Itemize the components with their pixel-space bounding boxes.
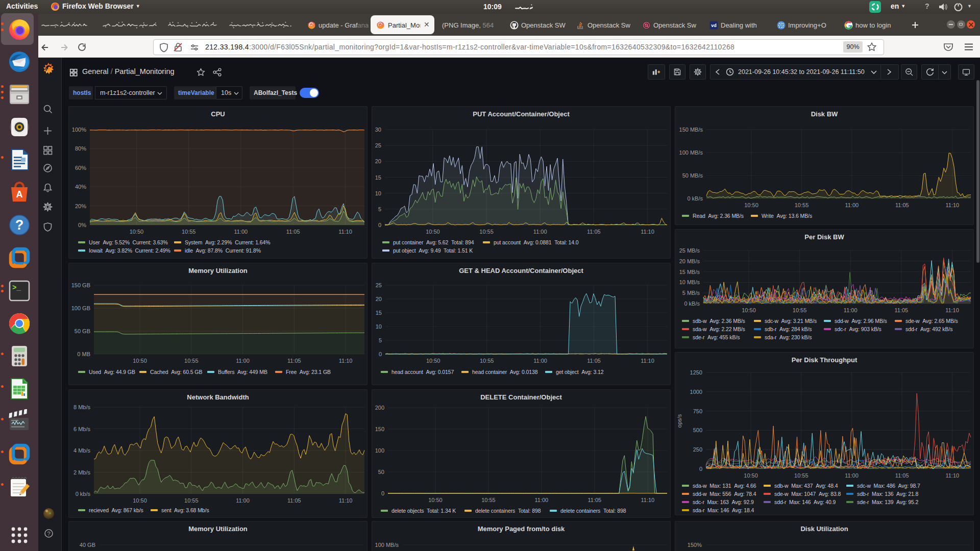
svg-text:250: 250 bbox=[693, 446, 702, 453]
svg-text:?: ? bbox=[15, 217, 24, 233]
svg-text:11:10: 11:10 bbox=[945, 307, 959, 313]
svg-text:5 MB/s: 5 MB/s bbox=[682, 290, 700, 296]
svg-text:10: 10 bbox=[376, 323, 382, 330]
svg-text:11:05: 11:05 bbox=[587, 229, 601, 235]
svg-text:25 MB/s: 25 MB/s bbox=[679, 247, 700, 254]
svg-text:10:50: 10:50 bbox=[426, 229, 440, 235]
svg-text:11:00: 11:00 bbox=[845, 472, 859, 479]
svg-text:5: 5 bbox=[378, 206, 381, 212]
svg-text:200: 200 bbox=[375, 405, 384, 411]
svg-text:1000: 1000 bbox=[690, 389, 702, 395]
svg-text:11:10: 11:10 bbox=[338, 229, 352, 235]
svg-text:10:55: 10:55 bbox=[481, 497, 496, 503]
svg-text:10:50: 10:50 bbox=[742, 307, 756, 313]
svg-text:11:05: 11:05 bbox=[895, 202, 909, 208]
svg-text:150 MB/s: 150 MB/s bbox=[679, 127, 703, 133]
svg-text:0: 0 bbox=[379, 351, 382, 357]
svg-text:15: 15 bbox=[376, 310, 382, 316]
svg-text:10:50: 10:50 bbox=[133, 497, 147, 504]
svg-text:10:55: 10:55 bbox=[182, 229, 196, 235]
svg-text:10:09: 10:09 bbox=[483, 3, 502, 11]
svg-text:0 MB: 0 MB bbox=[77, 351, 90, 357]
svg-text:30: 30 bbox=[375, 127, 381, 133]
svg-text:100 MB/s: 100 MB/s bbox=[679, 149, 703, 156]
svg-text:10:55: 10:55 bbox=[184, 497, 199, 504]
svg-text:0 kB/s: 0 kB/s bbox=[687, 195, 703, 202]
svg-text:11:00: 11:00 bbox=[533, 229, 547, 235]
svg-text:11:00: 11:00 bbox=[845, 202, 859, 208]
svg-text:15: 15 bbox=[375, 174, 381, 181]
svg-text:50: 50 bbox=[378, 469, 384, 475]
svg-text:80%: 80% bbox=[75, 145, 86, 152]
svg-text:10:50: 10:50 bbox=[744, 472, 758, 479]
svg-text:11:10: 11:10 bbox=[641, 229, 654, 235]
svg-text:100%: 100% bbox=[72, 127, 86, 133]
svg-text:11:00: 11:00 bbox=[234, 229, 248, 235]
svg-text:10 MB/s: 10 MB/s bbox=[679, 279, 700, 285]
svg-text:150 GB: 150 GB bbox=[71, 282, 90, 288]
svg-text:11:05: 11:05 bbox=[895, 307, 909, 313]
svg-text:?: ? bbox=[47, 531, 50, 537]
svg-text:>_: >_ bbox=[12, 284, 21, 292]
svg-text:10:50: 10:50 bbox=[133, 358, 147, 364]
svg-text:11:00: 11:00 bbox=[236, 358, 250, 364]
svg-text:10:55: 10:55 bbox=[480, 358, 494, 364]
svg-text:40%: 40% bbox=[75, 184, 86, 190]
svg-text:11:10: 11:10 bbox=[641, 358, 654, 364]
svg-text:11:00: 11:00 bbox=[844, 307, 857, 313]
svg-text:10: 10 bbox=[375, 190, 381, 196]
svg-text:11:00: 11:00 bbox=[236, 497, 250, 504]
svg-text:100 GB: 100 GB bbox=[71, 305, 90, 311]
svg-text:20: 20 bbox=[375, 158, 381, 164]
svg-text:0 kb/s: 0 kb/s bbox=[76, 491, 91, 497]
svg-text:ops/s: ops/s bbox=[676, 414, 682, 428]
svg-text:vd: vd bbox=[711, 23, 717, 28]
svg-text:25: 25 bbox=[376, 282, 382, 288]
svg-text:50 GB: 50 GB bbox=[75, 328, 90, 334]
svg-text:0: 0 bbox=[381, 490, 384, 496]
svg-text:10:50: 10:50 bbox=[426, 358, 440, 364]
svg-text:0: 0 bbox=[378, 222, 381, 228]
svg-text:4 Mb/s: 4 Mb/s bbox=[74, 447, 91, 454]
svg-text:10:55: 10:55 bbox=[184, 358, 199, 364]
svg-text:11:05: 11:05 bbox=[588, 497, 602, 503]
svg-text:11:05: 11:05 bbox=[587, 358, 601, 364]
svg-text:11:05: 11:05 bbox=[895, 472, 909, 479]
svg-text:20 MB/s: 20 MB/s bbox=[679, 258, 700, 264]
svg-text:150: 150 bbox=[375, 426, 384, 432]
svg-text:0 kB/s: 0 kB/s bbox=[684, 300, 700, 307]
svg-text:2 Mb/s: 2 Mb/s bbox=[74, 469, 91, 475]
svg-text:11:05: 11:05 bbox=[287, 358, 301, 364]
svg-text:750: 750 bbox=[693, 408, 702, 414]
svg-text:10:55: 10:55 bbox=[795, 202, 809, 208]
svg-text:40 GB: 40 GB bbox=[80, 542, 95, 548]
svg-text:15 MB/s: 15 MB/s bbox=[679, 269, 700, 275]
svg-text:11:05: 11:05 bbox=[286, 229, 300, 235]
svg-text:1250: 1250 bbox=[690, 369, 702, 375]
svg-text:20%: 20% bbox=[75, 203, 86, 209]
svg-text:11:00: 11:00 bbox=[533, 358, 547, 364]
svg-text:11:10: 11:10 bbox=[946, 202, 960, 208]
svg-text:11:10: 11:10 bbox=[641, 497, 655, 503]
svg-text:10:50: 10:50 bbox=[130, 229, 144, 235]
svg-text:11:00: 11:00 bbox=[535, 497, 549, 503]
svg-text:10:50: 10:50 bbox=[428, 497, 443, 503]
svg-text:10:55: 10:55 bbox=[793, 307, 807, 313]
svg-text:11:10: 11:10 bbox=[339, 358, 353, 364]
svg-text:0: 0 bbox=[699, 466, 702, 472]
svg-text:11:05: 11:05 bbox=[287, 497, 301, 504]
svg-text:100 MB/s: 100 MB/s bbox=[375, 542, 399, 548]
svg-text:100: 100 bbox=[375, 447, 384, 454]
svg-text:10:55: 10:55 bbox=[479, 229, 494, 235]
svg-text:50 MB/s: 50 MB/s bbox=[682, 172, 703, 179]
svg-text:11:10: 11:10 bbox=[945, 472, 959, 479]
svg-text:500: 500 bbox=[693, 427, 702, 433]
svg-text:150%: 150% bbox=[688, 542, 702, 548]
svg-text:8 Mb/s: 8 Mb/s bbox=[74, 404, 91, 410]
svg-text:20: 20 bbox=[376, 296, 382, 302]
svg-text:10:55: 10:55 bbox=[794, 472, 808, 479]
svg-text:6 Mb/s: 6 Mb/s bbox=[74, 426, 91, 432]
svg-text:11:10: 11:10 bbox=[339, 497, 353, 504]
svg-text:25: 25 bbox=[375, 142, 381, 148]
svg-text:10:50: 10:50 bbox=[744, 202, 758, 208]
